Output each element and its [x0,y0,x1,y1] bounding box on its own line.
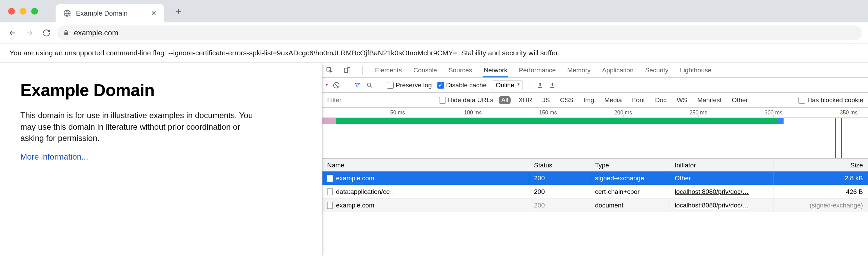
disable-cache-checkbox[interactable]: Disable cache [437,81,487,89]
file-icon [327,175,333,182]
network-row[interactable]: example.com200documentlocalhost:8080/pri… [322,199,868,212]
infobar-warning: You are using an unsupported command-lin… [0,43,868,63]
col-header-name[interactable]: Name [322,159,529,171]
address-bar[interactable]: example.com [57,25,862,40]
blocked-cookies-checkbox[interactable]: Has blocked cookie [798,96,863,104]
filter-chip-css[interactable]: CSS [558,96,576,104]
devtools-tabbar: ElementsConsoleSourcesNetworkPerformance… [322,63,868,78]
search-icon[interactable] [366,82,373,89]
domcontentloaded-marker [835,118,836,158]
url-text: example.com [74,29,118,37]
filter-chip-manifest[interactable]: Manifest [695,96,724,104]
download-har-icon[interactable] [549,82,556,89]
window-minimize-button[interactable] [20,8,26,15]
page-heading: Example Domain [20,80,302,100]
devtools-tab-network[interactable]: Network [483,63,508,77]
more-info-link[interactable]: More information... [20,152,88,161]
col-header-size[interactable]: Size [773,159,868,171]
devtools-tab-performance[interactable]: Performance [518,63,556,77]
filter-chip-xhr[interactable]: XHR [516,96,534,104]
close-tab-icon[interactable]: ✕ [151,9,157,17]
svg-point-5 [367,83,371,86]
devtools-tab-elements[interactable]: Elements [374,63,402,77]
filter-chip-other[interactable]: Other [729,96,750,104]
filter-chip-ws[interactable]: WS [674,96,690,104]
globe-icon [63,9,71,17]
window-close-button[interactable] [8,8,15,15]
network-row[interactable]: data:application/ce…200cert-chain+cborlo… [322,185,868,199]
filter-input[interactable] [322,93,434,107]
col-header-type[interactable]: Type [590,159,670,171]
throttling-select[interactable]: Online [492,80,523,90]
preserve-log-checkbox[interactable]: Preserve log [387,81,432,89]
new-tab-button[interactable]: ＋ [171,4,186,19]
devtools-tab-sources[interactable]: Sources [448,63,473,77]
devtools-tab-console[interactable]: Console [413,63,438,77]
back-button[interactable] [6,26,19,39]
svg-rect-3 [348,67,350,73]
load-marker [841,118,842,158]
col-header-initiator[interactable]: Initiator [670,159,773,171]
device-toolbar-icon[interactable] [343,67,351,74]
reload-button[interactable] [40,26,53,39]
browser-tab[interactable]: Example Domain ✕ [56,4,164,22]
window-controls [8,8,38,15]
devtools-tab-security[interactable]: Security [645,63,669,77]
timeline-overview[interactable] [322,118,868,159]
devtools-tab-lighthouse[interactable]: Lighthouse [679,63,712,77]
filter-chip-js[interactable]: JS [540,96,552,104]
network-toolbar: Preserve log Disable cache Online [322,78,868,93]
filter-chip-img[interactable]: Img [581,96,597,104]
toolbar: example.com [0,22,868,43]
timeline-ruler[interactable]: 50 ms100 ms150 ms200 ms250 ms300 ms350 m… [322,108,868,118]
tab-title: Example Domain [76,10,146,17]
filter-chip-all[interactable]: All [499,96,511,104]
filter-icon[interactable] [354,82,361,89]
page-content: Example Domain This domain is for use in… [0,63,322,256]
window-maximize-button[interactable] [31,8,38,15]
page-paragraph: This domain is for use in illustrative e… [20,110,264,144]
clear-button[interactable] [333,81,340,89]
col-header-status[interactable]: Status [529,159,590,171]
hide-data-urls-checkbox[interactable]: Hide data URLs [439,96,493,104]
file-icon [327,202,333,209]
forward-button[interactable] [23,26,36,39]
tab-strip: Example Domain ✕ ＋ [0,0,868,22]
filter-chip-media[interactable]: Media [602,96,624,104]
lock-icon [63,30,69,36]
upload-har-icon[interactable] [537,82,544,89]
network-table-header[interactable]: Name Status Type Initiator Size [322,159,868,171]
file-icon [327,188,333,195]
devtools-tab-application[interactable]: Application [601,63,634,77]
network-filter-row: Hide data URLs AllXHRJSCSSImgMediaFontDo… [322,93,868,108]
filter-chip-doc[interactable]: Doc [653,96,669,104]
inspect-element-icon[interactable] [326,67,333,74]
devtools-panel: ElementsConsoleSourcesNetworkPerformance… [322,63,868,256]
devtools-tab-memory[interactable]: Memory [567,63,591,77]
filter-chip-font[interactable]: Font [630,96,647,104]
network-row[interactable]: example.com200signed-exchange …Other2.8 … [322,171,868,185]
